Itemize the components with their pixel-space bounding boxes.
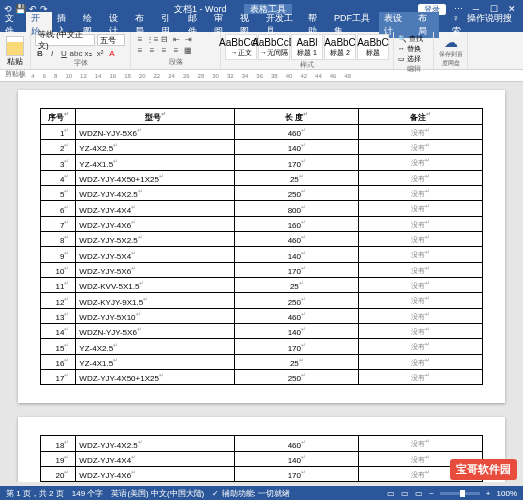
horizontal-ruler[interactable]: 2468101214161820222426283032343638404244… bbox=[0, 70, 523, 82]
select-button[interactable]: ▭ 选择 bbox=[398, 54, 429, 64]
view-print-icon[interactable]: ▭ bbox=[401, 489, 409, 498]
word-count[interactable]: 149 个字 bbox=[72, 488, 104, 499]
table-row[interactable]: 11↵WDZ-KVV-5X1.5↵25↵没有↵ bbox=[41, 277, 483, 292]
multilevel-icon[interactable]: ⊟ bbox=[159, 34, 169, 44]
table-row[interactable]: 10↵WDZ-YJY-5X6↵170↵没有↵ bbox=[41, 262, 483, 277]
table-row[interactable]: 18↵WDZ-YJY-4X2.5↵460↵没有↵ bbox=[41, 436, 483, 451]
table-row[interactable]: 2↵YZ-4X2.5↵140↵没有↵ bbox=[41, 139, 483, 154]
table-row[interactable]: 9↵WDZ-YJY-5X4↵140↵没有↵ bbox=[41, 247, 483, 262]
style-3[interactable]: AaBbC标题 2 bbox=[324, 34, 356, 60]
table-row[interactable]: 13↵WDZ-YJY-5X10↵460↵没有↵ bbox=[41, 308, 483, 323]
save-cloud-button[interactable]: ☁ bbox=[438, 34, 463, 50]
language-indicator[interactable]: 英语(美国) 中文(中国大陆) bbox=[111, 488, 204, 499]
view-web-icon[interactable]: ▭ bbox=[415, 489, 423, 498]
indent-right-icon[interactable]: ⇥ bbox=[183, 34, 193, 44]
table-row[interactable]: 1↵WDZN-YJY-5X6↵460↵没有↵ bbox=[41, 124, 483, 139]
style-4[interactable]: AaBbC标题 bbox=[357, 34, 389, 60]
page-2: 18↵WDZ-YJY-4X2.5↵460↵没有↵19↵WDZ-YJY-4X4↵1… bbox=[18, 417, 505, 482]
bold-icon[interactable]: B bbox=[35, 48, 45, 58]
replace-button[interactable]: ↔ 替换 bbox=[398, 44, 429, 54]
ribbon-styles-group: AaBbCcD→正文AaBbCcD→无间隔AaBl标题 1AaBbC标题 2Aa… bbox=[221, 32, 394, 69]
watermark: 宝哥软件园 bbox=[450, 459, 517, 480]
page-1: 序号↵型号↵长 度↵备注↵ 1↵WDZN-YJY-5X6↵460↵没有↵2↵YZ… bbox=[18, 90, 505, 403]
justify-icon[interactable]: ≡ bbox=[171, 46, 181, 56]
table-row[interactable]: 6↵WDZ-YJY-4X4↵800↵没有↵ bbox=[41, 201, 483, 216]
superscript-icon[interactable]: x² bbox=[95, 48, 105, 58]
subscript-icon[interactable]: x₂ bbox=[83, 48, 93, 58]
ribbon: 粘贴 剪贴板 等线 (中文正文) 五号 B I U abc x₂ x² A 字体… bbox=[0, 32, 523, 70]
view-read-icon[interactable]: ▭ bbox=[387, 489, 395, 498]
font-color-icon[interactable]: A bbox=[107, 48, 117, 58]
numbering-icon[interactable]: ⋮≡ bbox=[147, 34, 157, 44]
paste-button[interactable]: 粘贴 bbox=[4, 34, 26, 69]
table-row[interactable]: 17↵WDZ-YJY-4X50+1X25↵250↵没有↵ bbox=[41, 369, 483, 384]
main-table[interactable]: 序号↵型号↵长 度↵备注↵ 1↵WDZN-YJY-5X6↵460↵没有↵2↵YZ… bbox=[40, 108, 483, 385]
table-row[interactable]: 15↵YZ-4X2.5↵170↵没有↵ bbox=[41, 339, 483, 354]
underline-icon[interactable]: U bbox=[59, 48, 69, 58]
style-2[interactable]: AaBl标题 1 bbox=[291, 34, 323, 60]
align-center-icon[interactable]: ≡ bbox=[147, 46, 157, 56]
table-header: 备注↵ bbox=[359, 109, 483, 125]
italic-icon[interactable]: I bbox=[47, 48, 57, 58]
table-row[interactable]: 5↵WDZ-YJY-4X2.5↵250↵没有↵ bbox=[41, 185, 483, 200]
table-row[interactable]: 20↵WDZ-YJY-4X6↵170↵没有↵ bbox=[41, 466, 483, 481]
ribbon-paragraph-group: ≡ ⋮≡ ⊟ ⇤ ⇥ ≡ ≡ ≡ ≡ ▦ 段落 bbox=[131, 32, 221, 69]
ribbon-font-group: 等线 (中文正文) 五号 B I U abc x₂ x² A 字体 bbox=[31, 32, 131, 69]
table-row[interactable]: 3↵YZ-4X1.5↵170↵没有↵ bbox=[41, 155, 483, 170]
zoom-slider[interactable] bbox=[440, 492, 480, 495]
table-row[interactable]: 7↵WDZ-YJY-4X6↵160↵没有↵ bbox=[41, 216, 483, 231]
align-right-icon[interactable]: ≡ bbox=[159, 46, 169, 56]
table-row[interactable]: 8↵WDZ-YJY-5X2.5↵460↵没有↵ bbox=[41, 231, 483, 246]
ribbon-save-group: ☁ 保存到百度网盘 bbox=[434, 32, 468, 69]
zoom-in-icon[interactable]: + bbox=[486, 489, 491, 498]
table-header: 型号↵ bbox=[76, 109, 235, 125]
strike-icon[interactable]: abc bbox=[71, 48, 81, 58]
table-row[interactable]: 14↵WDZN-YJY-5X6↵140↵没有↵ bbox=[41, 323, 483, 338]
zoom-level[interactable]: 100% bbox=[497, 489, 517, 498]
status-bar: 第 1 页，共 2 页 149 个字 英语(美国) 中文(中国大陆) ✓ 辅助功… bbox=[0, 486, 523, 500]
table-row[interactable]: 19↵WDZ-YJY-4X4↵140↵没有↵ bbox=[41, 451, 483, 466]
table-row[interactable]: 4↵WDZ-YJY-4X50+1X25↵25↵没有↵ bbox=[41, 170, 483, 185]
ribbon-clipboard-group: 粘贴 剪贴板 bbox=[0, 32, 31, 69]
style-1[interactable]: AaBbCcD→无间隔 bbox=[258, 34, 290, 60]
table-row[interactable]: 16↵YZ-4X1.5↵25↵没有↵ bbox=[41, 354, 483, 369]
table-header: 序号↵ bbox=[41, 109, 76, 125]
table-header: 长 度↵ bbox=[235, 109, 359, 125]
document-area[interactable]: 序号↵型号↵长 度↵备注↵ 1↵WDZN-YJY-5X6↵460↵没有↵2↵YZ… bbox=[0, 82, 523, 482]
accessibility-status[interactable]: ✓ 辅助功能: 一切就绪 bbox=[212, 488, 290, 499]
indent-left-icon[interactable]: ⇤ bbox=[171, 34, 181, 44]
shading-icon[interactable]: ▦ bbox=[183, 46, 193, 56]
page-indicator[interactable]: 第 1 页，共 2 页 bbox=[6, 488, 64, 499]
font-name-select[interactable]: 等线 (中文正文) bbox=[35, 34, 95, 46]
zoom-out-icon[interactable]: − bbox=[429, 489, 434, 498]
main-table-continued[interactable]: 18↵WDZ-YJY-4X2.5↵460↵没有↵19↵WDZ-YJY-4X4↵1… bbox=[40, 435, 483, 482]
ribbon-editing-group: 🔍 查找 ↔ 替换 ▭ 选择 编辑 bbox=[394, 32, 434, 69]
table-row[interactable]: 12↵WDZ-KYJY-9X1.5↵250↵没有↵ bbox=[41, 293, 483, 308]
bullets-icon[interactable]: ≡ bbox=[135, 34, 145, 44]
find-button[interactable]: 🔍 查找 bbox=[398, 34, 429, 44]
font-size-select[interactable]: 五号 bbox=[97, 34, 125, 46]
paste-icon bbox=[6, 36, 24, 56]
align-left-icon[interactable]: ≡ bbox=[135, 46, 145, 56]
